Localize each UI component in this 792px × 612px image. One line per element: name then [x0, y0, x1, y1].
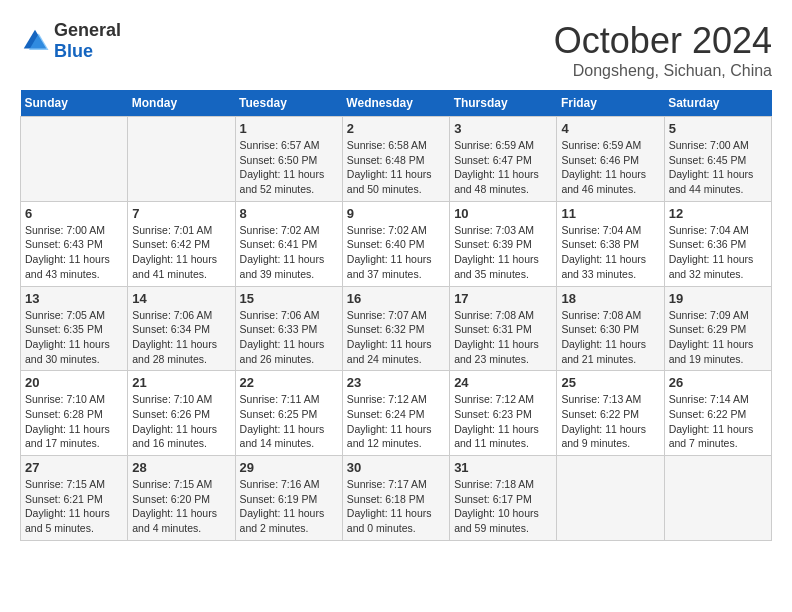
day-cell: 5Sunrise: 7:00 AMSunset: 6:45 PMDaylight…	[664, 117, 771, 202]
logo-blue-text: Blue	[54, 41, 93, 61]
day-cell: 1Sunrise: 6:57 AMSunset: 6:50 PMDaylight…	[235, 117, 342, 202]
day-cell: 2Sunrise: 6:58 AMSunset: 6:48 PMDaylight…	[342, 117, 449, 202]
day-info: Sunrise: 7:15 AMSunset: 6:21 PMDaylight:…	[25, 477, 123, 536]
day-cell: 31Sunrise: 7:18 AMSunset: 6:17 PMDayligh…	[450, 456, 557, 541]
day-number: 29	[240, 460, 338, 475]
day-number: 24	[454, 375, 552, 390]
day-cell	[21, 117, 128, 202]
header-saturday: Saturday	[664, 90, 771, 117]
day-info: Sunrise: 7:13 AMSunset: 6:22 PMDaylight:…	[561, 392, 659, 451]
day-info: Sunrise: 7:08 AMSunset: 6:31 PMDaylight:…	[454, 308, 552, 367]
header: General Blue October 2024 Dongsheng, Sic…	[20, 20, 772, 80]
day-info: Sunrise: 7:04 AMSunset: 6:36 PMDaylight:…	[669, 223, 767, 282]
day-number: 27	[25, 460, 123, 475]
header-tuesday: Tuesday	[235, 90, 342, 117]
day-number: 11	[561, 206, 659, 221]
day-info: Sunrise: 7:03 AMSunset: 6:39 PMDaylight:…	[454, 223, 552, 282]
day-cell: 9Sunrise: 7:02 AMSunset: 6:40 PMDaylight…	[342, 201, 449, 286]
day-cell: 4Sunrise: 6:59 AMSunset: 6:46 PMDaylight…	[557, 117, 664, 202]
day-cell: 29Sunrise: 7:16 AMSunset: 6:19 PMDayligh…	[235, 456, 342, 541]
day-cell: 14Sunrise: 7:06 AMSunset: 6:34 PMDayligh…	[128, 286, 235, 371]
header-thursday: Thursday	[450, 90, 557, 117]
day-cell: 15Sunrise: 7:06 AMSunset: 6:33 PMDayligh…	[235, 286, 342, 371]
day-info: Sunrise: 7:08 AMSunset: 6:30 PMDaylight:…	[561, 308, 659, 367]
day-number: 13	[25, 291, 123, 306]
day-info: Sunrise: 7:14 AMSunset: 6:22 PMDaylight:…	[669, 392, 767, 451]
logo: General Blue	[20, 20, 121, 62]
day-info: Sunrise: 7:05 AMSunset: 6:35 PMDaylight:…	[25, 308, 123, 367]
day-info: Sunrise: 6:59 AMSunset: 6:47 PMDaylight:…	[454, 138, 552, 197]
day-number: 2	[347, 121, 445, 136]
day-info: Sunrise: 7:09 AMSunset: 6:29 PMDaylight:…	[669, 308, 767, 367]
day-cell: 24Sunrise: 7:12 AMSunset: 6:23 PMDayligh…	[450, 371, 557, 456]
days-header-row: SundayMondayTuesdayWednesdayThursdayFrid…	[21, 90, 772, 117]
day-cell: 28Sunrise: 7:15 AMSunset: 6:20 PMDayligh…	[128, 456, 235, 541]
header-wednesday: Wednesday	[342, 90, 449, 117]
calendar-table: SundayMondayTuesdayWednesdayThursdayFrid…	[20, 90, 772, 541]
day-number: 21	[132, 375, 230, 390]
day-info: Sunrise: 7:02 AMSunset: 6:41 PMDaylight:…	[240, 223, 338, 282]
day-number: 5	[669, 121, 767, 136]
day-cell: 8Sunrise: 7:02 AMSunset: 6:41 PMDaylight…	[235, 201, 342, 286]
day-cell: 12Sunrise: 7:04 AMSunset: 6:36 PMDayligh…	[664, 201, 771, 286]
day-info: Sunrise: 6:58 AMSunset: 6:48 PMDaylight:…	[347, 138, 445, 197]
day-cell	[128, 117, 235, 202]
day-cell: 7Sunrise: 7:01 AMSunset: 6:42 PMDaylight…	[128, 201, 235, 286]
day-cell: 11Sunrise: 7:04 AMSunset: 6:38 PMDayligh…	[557, 201, 664, 286]
day-cell: 17Sunrise: 7:08 AMSunset: 6:31 PMDayligh…	[450, 286, 557, 371]
day-info: Sunrise: 7:00 AMSunset: 6:43 PMDaylight:…	[25, 223, 123, 282]
day-cell	[557, 456, 664, 541]
day-info: Sunrise: 7:11 AMSunset: 6:25 PMDaylight:…	[240, 392, 338, 451]
day-number: 4	[561, 121, 659, 136]
day-info: Sunrise: 6:57 AMSunset: 6:50 PMDaylight:…	[240, 138, 338, 197]
day-number: 9	[347, 206, 445, 221]
day-cell: 22Sunrise: 7:11 AMSunset: 6:25 PMDayligh…	[235, 371, 342, 456]
day-number: 28	[132, 460, 230, 475]
day-info: Sunrise: 7:06 AMSunset: 6:33 PMDaylight:…	[240, 308, 338, 367]
day-number: 18	[561, 291, 659, 306]
day-number: 14	[132, 291, 230, 306]
day-cell: 3Sunrise: 6:59 AMSunset: 6:47 PMDaylight…	[450, 117, 557, 202]
day-cell: 23Sunrise: 7:12 AMSunset: 6:24 PMDayligh…	[342, 371, 449, 456]
header-monday: Monday	[128, 90, 235, 117]
day-number: 16	[347, 291, 445, 306]
day-number: 17	[454, 291, 552, 306]
day-cell: 10Sunrise: 7:03 AMSunset: 6:39 PMDayligh…	[450, 201, 557, 286]
location-title: Dongsheng, Sichuan, China	[554, 62, 772, 80]
day-number: 19	[669, 291, 767, 306]
day-cell: 27Sunrise: 7:15 AMSunset: 6:21 PMDayligh…	[21, 456, 128, 541]
day-number: 23	[347, 375, 445, 390]
day-number: 6	[25, 206, 123, 221]
day-number: 7	[132, 206, 230, 221]
day-info: Sunrise: 7:18 AMSunset: 6:17 PMDaylight:…	[454, 477, 552, 536]
day-info: Sunrise: 7:15 AMSunset: 6:20 PMDaylight:…	[132, 477, 230, 536]
day-info: Sunrise: 7:10 AMSunset: 6:28 PMDaylight:…	[25, 392, 123, 451]
day-cell: 6Sunrise: 7:00 AMSunset: 6:43 PMDaylight…	[21, 201, 128, 286]
day-info: Sunrise: 7:02 AMSunset: 6:40 PMDaylight:…	[347, 223, 445, 282]
day-info: Sunrise: 7:04 AMSunset: 6:38 PMDaylight:…	[561, 223, 659, 282]
day-cell: 21Sunrise: 7:10 AMSunset: 6:26 PMDayligh…	[128, 371, 235, 456]
week-row-1: 1Sunrise: 6:57 AMSunset: 6:50 PMDaylight…	[21, 117, 772, 202]
day-number: 25	[561, 375, 659, 390]
day-cell: 20Sunrise: 7:10 AMSunset: 6:28 PMDayligh…	[21, 371, 128, 456]
day-info: Sunrise: 7:00 AMSunset: 6:45 PMDaylight:…	[669, 138, 767, 197]
day-number: 8	[240, 206, 338, 221]
header-friday: Friday	[557, 90, 664, 117]
day-number: 30	[347, 460, 445, 475]
week-row-2: 6Sunrise: 7:00 AMSunset: 6:43 PMDaylight…	[21, 201, 772, 286]
week-row-4: 20Sunrise: 7:10 AMSunset: 6:28 PMDayligh…	[21, 371, 772, 456]
day-cell	[664, 456, 771, 541]
day-number: 1	[240, 121, 338, 136]
day-info: Sunrise: 7:17 AMSunset: 6:18 PMDaylight:…	[347, 477, 445, 536]
day-cell: 18Sunrise: 7:08 AMSunset: 6:30 PMDayligh…	[557, 286, 664, 371]
day-number: 20	[25, 375, 123, 390]
day-info: Sunrise: 7:10 AMSunset: 6:26 PMDaylight:…	[132, 392, 230, 451]
day-info: Sunrise: 7:12 AMSunset: 6:23 PMDaylight:…	[454, 392, 552, 451]
day-info: Sunrise: 7:12 AMSunset: 6:24 PMDaylight:…	[347, 392, 445, 451]
day-number: 3	[454, 121, 552, 136]
day-info: Sunrise: 7:06 AMSunset: 6:34 PMDaylight:…	[132, 308, 230, 367]
day-cell: 19Sunrise: 7:09 AMSunset: 6:29 PMDayligh…	[664, 286, 771, 371]
day-number: 22	[240, 375, 338, 390]
day-cell: 13Sunrise: 7:05 AMSunset: 6:35 PMDayligh…	[21, 286, 128, 371]
day-info: Sunrise: 7:16 AMSunset: 6:19 PMDaylight:…	[240, 477, 338, 536]
